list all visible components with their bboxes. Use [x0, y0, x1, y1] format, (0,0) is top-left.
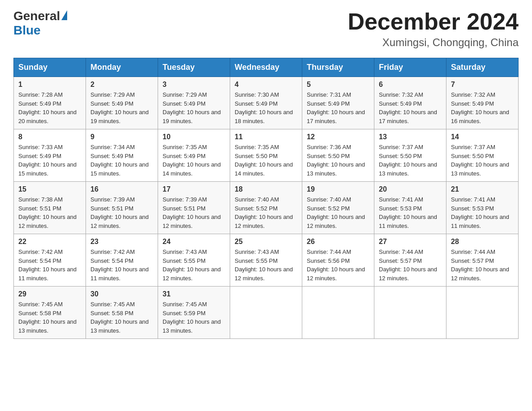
day-number: 6 — [379, 81, 442, 89]
month-title: December 2024 — [348, 9, 519, 34]
table-row: 19 Sunrise: 7:40 AMSunset: 5:52 PMDaylig… — [302, 182, 374, 234]
table-row: 5 Sunrise: 7:31 AMSunset: 5:49 PMDayligh… — [302, 77, 374, 129]
table-row: 3 Sunrise: 7:29 AMSunset: 5:49 PMDayligh… — [158, 77, 230, 129]
table-row: 26 Sunrise: 7:44 AMSunset: 5:56 PMDaylig… — [302, 234, 374, 287]
table-row: 28 Sunrise: 7:44 AMSunset: 5:57 PMDaylig… — [446, 234, 519, 287]
header-tuesday: Tuesday — [158, 58, 230, 77]
day-number: 25 — [235, 238, 297, 246]
table-row: 16 Sunrise: 7:39 AMSunset: 5:51 PMDaylig… — [86, 182, 158, 234]
day-info: Sunrise: 7:40 AMSunset: 5:52 PMDaylight:… — [235, 196, 293, 229]
day-number: 16 — [90, 185, 153, 193]
day-number: 10 — [163, 133, 225, 141]
day-info: Sunrise: 7:30 AMSunset: 5:49 PMDaylight:… — [235, 91, 293, 124]
day-info: Sunrise: 7:43 AMSunset: 5:55 PMDaylight:… — [235, 248, 293, 282]
day-info: Sunrise: 7:35 AMSunset: 5:49 PMDaylight:… — [163, 144, 221, 177]
table-row: 30 Sunrise: 7:45 AMSunset: 5:58 PMDaylig… — [86, 287, 158, 339]
day-number: 1 — [18, 81, 81, 89]
table-row: 15 Sunrise: 7:38 AMSunset: 5:51 PMDaylig… — [14, 182, 86, 234]
day-info: Sunrise: 7:28 AMSunset: 5:49 PMDaylight:… — [18, 91, 77, 124]
day-number: 27 — [379, 238, 442, 246]
logo-blue-text: Blue — [13, 23, 41, 37]
location-title: Xumingsi, Chongqing, China — [348, 36, 519, 49]
table-row: 20 Sunrise: 7:41 AMSunset: 5:53 PMDaylig… — [374, 182, 446, 234]
table-row — [230, 287, 302, 339]
header-friday: Friday — [374, 58, 446, 77]
day-number: 14 — [451, 133, 514, 141]
table-row: 23 Sunrise: 7:42 AMSunset: 5:54 PMDaylig… — [86, 234, 158, 287]
day-info: Sunrise: 7:33 AMSunset: 5:49 PMDaylight:… — [18, 144, 77, 177]
table-row: 29 Sunrise: 7:45 AMSunset: 5:58 PMDaylig… — [14, 287, 86, 339]
day-number: 13 — [379, 133, 442, 141]
day-number: 15 — [18, 185, 81, 193]
header-thursday: Thursday — [302, 58, 374, 77]
day-number: 21 — [451, 185, 514, 193]
day-number: 28 — [451, 238, 514, 246]
table-row: 17 Sunrise: 7:39 AMSunset: 5:51 PMDaylig… — [158, 182, 230, 234]
day-info: Sunrise: 7:39 AMSunset: 5:51 PMDaylight:… — [90, 196, 149, 229]
day-info: Sunrise: 7:45 AMSunset: 5:58 PMDaylight:… — [90, 301, 149, 334]
day-number: 7 — [451, 81, 514, 89]
day-number: 22 — [18, 238, 81, 246]
header-wednesday: Wednesday — [230, 58, 302, 77]
day-number: 12 — [307, 133, 369, 141]
day-info: Sunrise: 7:44 AMSunset: 5:56 PMDaylight:… — [307, 248, 365, 282]
day-info: Sunrise: 7:36 AMSunset: 5:50 PMDaylight:… — [307, 144, 365, 177]
table-row: 11 Sunrise: 7:35 AMSunset: 5:50 PMDaylig… — [230, 129, 302, 182]
day-number: 30 — [90, 290, 153, 298]
day-info: Sunrise: 7:41 AMSunset: 5:53 PMDaylight:… — [451, 196, 509, 229]
day-info: Sunrise: 7:42 AMSunset: 5:54 PMDaylight:… — [18, 248, 77, 282]
day-info: Sunrise: 7:29 AMSunset: 5:49 PMDaylight:… — [163, 91, 221, 124]
table-row: 25 Sunrise: 7:43 AMSunset: 5:55 PMDaylig… — [230, 234, 302, 287]
day-info: Sunrise: 7:37 AMSunset: 5:50 PMDaylight:… — [451, 144, 509, 177]
table-row — [302, 287, 374, 339]
table-row: 8 Sunrise: 7:33 AMSunset: 5:49 PMDayligh… — [14, 129, 86, 182]
day-info: Sunrise: 7:35 AMSunset: 5:50 PMDaylight:… — [235, 144, 293, 177]
table-row: 14 Sunrise: 7:37 AMSunset: 5:50 PMDaylig… — [446, 129, 519, 182]
day-number: 4 — [235, 81, 297, 89]
table-row: 27 Sunrise: 7:44 AMSunset: 5:57 PMDaylig… — [374, 234, 446, 287]
logo: General Blue — [13, 9, 69, 38]
calendar-body: 1 Sunrise: 7:28 AMSunset: 5:49 PMDayligh… — [14, 77, 519, 339]
title-block: December 2024 Xumingsi, Chongqing, China — [348, 9, 519, 49]
day-info: Sunrise: 7:44 AMSunset: 5:57 PMDaylight:… — [451, 248, 509, 282]
day-info: Sunrise: 7:37 AMSunset: 5:50 PMDaylight:… — [379, 144, 437, 177]
table-row: 2 Sunrise: 7:29 AMSunset: 5:49 PMDayligh… — [86, 77, 158, 129]
day-number: 24 — [163, 238, 225, 246]
header-sunday: Sunday — [14, 58, 86, 77]
day-info: Sunrise: 7:39 AMSunset: 5:51 PMDaylight:… — [163, 196, 221, 229]
day-number: 3 — [163, 81, 225, 89]
day-number: 18 — [235, 185, 297, 193]
day-number: 29 — [18, 290, 81, 298]
day-info: Sunrise: 7:32 AMSunset: 5:49 PMDaylight:… — [451, 91, 509, 124]
day-info: Sunrise: 7:44 AMSunset: 5:57 PMDaylight:… — [379, 248, 437, 282]
table-row — [446, 287, 519, 339]
day-number: 8 — [18, 133, 81, 141]
day-number: 26 — [307, 238, 369, 246]
table-row: 12 Sunrise: 7:36 AMSunset: 5:50 PMDaylig… — [302, 129, 374, 182]
day-number: 9 — [90, 133, 153, 141]
day-info: Sunrise: 7:43 AMSunset: 5:55 PMDaylight:… — [163, 248, 221, 282]
logo-general-text: General — [13, 9, 60, 23]
table-row: 9 Sunrise: 7:34 AMSunset: 5:49 PMDayligh… — [86, 129, 158, 182]
table-row: 10 Sunrise: 7:35 AMSunset: 5:49 PMDaylig… — [158, 129, 230, 182]
table-row: 13 Sunrise: 7:37 AMSunset: 5:50 PMDaylig… — [374, 129, 446, 182]
day-info: Sunrise: 7:45 AMSunset: 5:59 PMDaylight:… — [163, 301, 221, 334]
day-number: 5 — [307, 81, 369, 89]
day-info: Sunrise: 7:41 AMSunset: 5:53 PMDaylight:… — [379, 196, 437, 229]
logo-triangle-icon — [61, 10, 67, 20]
day-info: Sunrise: 7:34 AMSunset: 5:49 PMDaylight:… — [90, 144, 149, 177]
table-row: 24 Sunrise: 7:43 AMSunset: 5:55 PMDaylig… — [158, 234, 230, 287]
table-row: 18 Sunrise: 7:40 AMSunset: 5:52 PMDaylig… — [230, 182, 302, 234]
table-row: 22 Sunrise: 7:42 AMSunset: 5:54 PMDaylig… — [14, 234, 86, 287]
header-saturday: Saturday — [446, 58, 519, 77]
day-info: Sunrise: 7:42 AMSunset: 5:54 PMDaylight:… — [90, 248, 149, 282]
table-row: 7 Sunrise: 7:32 AMSunset: 5:49 PMDayligh… — [446, 77, 519, 129]
day-number: 11 — [235, 133, 297, 141]
table-row: 1 Sunrise: 7:28 AMSunset: 5:49 PMDayligh… — [14, 77, 86, 129]
day-info: Sunrise: 7:38 AMSunset: 5:51 PMDaylight:… — [18, 196, 77, 229]
header-monday: Monday — [86, 58, 158, 77]
table-row: 21 Sunrise: 7:41 AMSunset: 5:53 PMDaylig… — [446, 182, 519, 234]
day-info: Sunrise: 7:31 AMSunset: 5:49 PMDaylight:… — [307, 91, 365, 124]
day-number: 31 — [163, 290, 225, 298]
table-row: 4 Sunrise: 7:30 AMSunset: 5:49 PMDayligh… — [230, 77, 302, 129]
